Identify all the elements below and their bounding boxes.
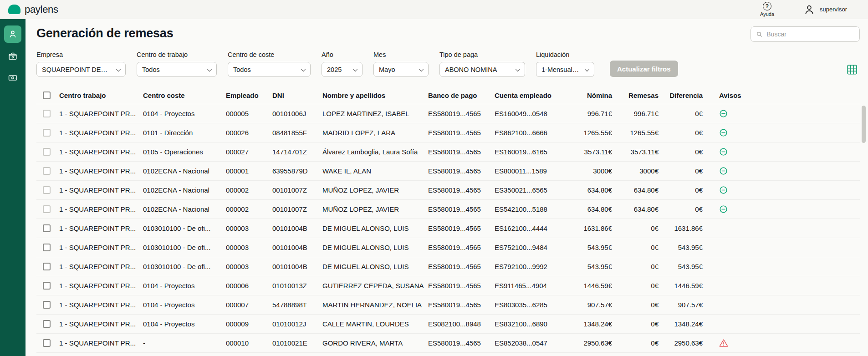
cell-centro-coste: 0104 - Proyectos (143, 301, 226, 309)
row-checkbox[interactable] (43, 301, 51, 309)
difference-ok-icon (719, 109, 728, 118)
filter-label: Centro de trabajo (137, 51, 217, 58)
row-checkbox[interactable] (43, 224, 51, 232)
main-content: Generación de remesas Empresa SQUAREPOIN… (26, 19, 868, 356)
difference-ok-icon (719, 186, 728, 194)
cell-banco-pago: ES580019...4565 (428, 263, 495, 270)
row-checkbox[interactable] (43, 282, 51, 290)
user-menu[interactable]: supervisor (803, 4, 847, 15)
cell-centro-trabajo: 1 - SQUAREPOINT PR... (59, 148, 143, 156)
row-checkbox[interactable] (43, 129, 51, 137)
export-excel-icon (846, 64, 858, 76)
cell-centro-coste: 0103010100 - De ofi... (143, 263, 226, 270)
cell-centro-trabajo: 1 - SQUAREPOINT PR... (59, 244, 143, 251)
chevron-down-icon (207, 66, 212, 71)
export-excel-button[interactable] (846, 64, 858, 77)
row-checkbox[interactable] (43, 339, 51, 347)
page-title: Generación de remesas (36, 26, 173, 41)
cell-cuenta-empleado: ES542100...5188 (495, 205, 567, 213)
cell-cuenta-empleado: ES350021...6565 (495, 186, 567, 194)
cell-remesas: 634.80€ (618, 186, 664, 194)
filter-label: Tipo de paga (439, 51, 525, 58)
cell-banco-pago: ES580019...4565 (428, 339, 495, 347)
cell-cuenta-empleado: ES162100...4444 (495, 224, 567, 232)
cell-centro-coste: 0103010100 - De ofi... (143, 244, 226, 251)
cell-nombre: CALLE MARTIN, LOURDES (322, 320, 428, 328)
search-icon (756, 31, 762, 38)
cell-nomina: 1265.55€ (567, 129, 618, 137)
cell-cuenta-empleado: ES792100...9992 (495, 263, 567, 270)
filter-label: Empresa (36, 51, 126, 58)
table-row: 1 - SQUAREPOINT PR... 0104 - Proyectos 0… (36, 315, 860, 334)
filter-select[interactable]: Mayo (373, 62, 429, 77)
cell-dni: 00101007Z (272, 186, 322, 194)
col-banco-pago: Banco de pago (428, 92, 495, 99)
app-logo: paylens (8, 4, 58, 15)
row-checkbox[interactable] (43, 110, 51, 117)
update-filters-button[interactable]: Actualizar filtros (610, 61, 678, 77)
filter-value: Mayo (379, 66, 395, 73)
filter-select[interactable]: ABONO NOMINA (439, 62, 525, 77)
cell-cuenta-empleado: ES160049...0548 (495, 110, 567, 117)
sidebar-item-payments[interactable] (4, 69, 21, 86)
filter-select[interactable]: 1-Mensual, 2... (536, 62, 594, 77)
cell-avisos (708, 147, 750, 156)
difference-ok-icon (719, 147, 728, 156)
filter-select[interactable]: 2025 (322, 62, 363, 77)
cell-nombre: GORDO RIVERA, MARTA (322, 339, 428, 347)
cell-diferencia: 1446.59€ (664, 282, 708, 290)
row-checkbox[interactable] (43, 148, 51, 156)
sidebar-item-employees[interactable] (4, 25, 21, 43)
cell-centro-trabajo: 1 - SQUAREPOINT PR... (59, 186, 143, 194)
chevron-down-icon (301, 66, 306, 71)
row-checkbox[interactable] (43, 205, 51, 213)
help-button[interactable]: Ayuda (760, 2, 774, 17)
cell-remesas: 0€ (618, 244, 664, 251)
filters-bar: Empresa SQUAREPOINT DEMOS Centro de trab… (36, 51, 860, 77)
cell-diferencia: 0€ (664, 186, 708, 194)
cell-nombre: MADRID LOPEZ, LARA (322, 129, 428, 137)
col-nombre: Nombre y apellidos (322, 92, 428, 99)
filters-list: Empresa SQUAREPOINT DEMOS Centro de trab… (36, 51, 594, 77)
cell-centro-trabajo: 1 - SQUAREPOINT PR... (59, 320, 143, 328)
employees-icon (8, 29, 18, 39)
warning-icon (719, 339, 728, 347)
cell-nomina: 1631.86€ (567, 224, 618, 232)
search-input[interactable] (766, 31, 854, 38)
row-checkbox[interactable] (43, 244, 51, 251)
cell-diferencia: 0€ (664, 167, 708, 175)
cell-avisos (708, 205, 750, 214)
scrollbar-thumb[interactable] (862, 106, 866, 143)
cell-empleado: 000001 (226, 167, 272, 175)
cell-remesas: 0€ (618, 224, 664, 232)
cell-empleado: 000007 (226, 301, 272, 309)
chevron-down-icon (352, 66, 357, 71)
cell-dni: 00101004B (272, 263, 322, 270)
table-row: 1 - SQUAREPOINT PR... 0105 - Operaciones… (36, 142, 860, 162)
cell-empleado: 000003 (226, 224, 272, 232)
cell-diferencia: 543.95€ (664, 263, 708, 270)
cell-diferencia: 0€ (664, 148, 708, 156)
filter-select[interactable]: SQUAREPOINT DEMOS (36, 62, 126, 77)
cell-cuenta-empleado: ES160019...6165 (495, 148, 567, 156)
row-checkbox[interactable] (43, 186, 51, 194)
filter-select[interactable]: Todos (228, 62, 311, 77)
row-checkbox[interactable] (43, 263, 51, 270)
sidebar-item-payroll[interactable] (4, 47, 21, 65)
row-checkbox[interactable] (43, 320, 51, 328)
difference-ok-icon (719, 205, 728, 214)
cell-nomina: 3573.11€ (567, 148, 618, 156)
cell-banco-pago: ES580019...4565 (428, 301, 495, 309)
col-avisos: Avisos (708, 92, 750, 99)
select-all-checkbox[interactable] (43, 92, 51, 99)
filter: Año 2025 (322, 51, 363, 77)
cell-dni: 00101004B (272, 224, 322, 232)
cell-centro-coste: 0105 - Operaciones (143, 148, 226, 156)
cell-centro-coste: 0101 - Dirección (143, 129, 226, 137)
cell-empleado: 000005 (226, 110, 272, 117)
row-checkbox[interactable] (43, 167, 51, 175)
cell-banco-pago: ES580019...4565 (428, 224, 495, 232)
filter-select[interactable]: Todos (137, 62, 217, 77)
table-row: 1 - SQUAREPOINT PR... 0103010100 - De of… (36, 238, 860, 257)
col-centro-coste: Centro coste (143, 92, 226, 99)
